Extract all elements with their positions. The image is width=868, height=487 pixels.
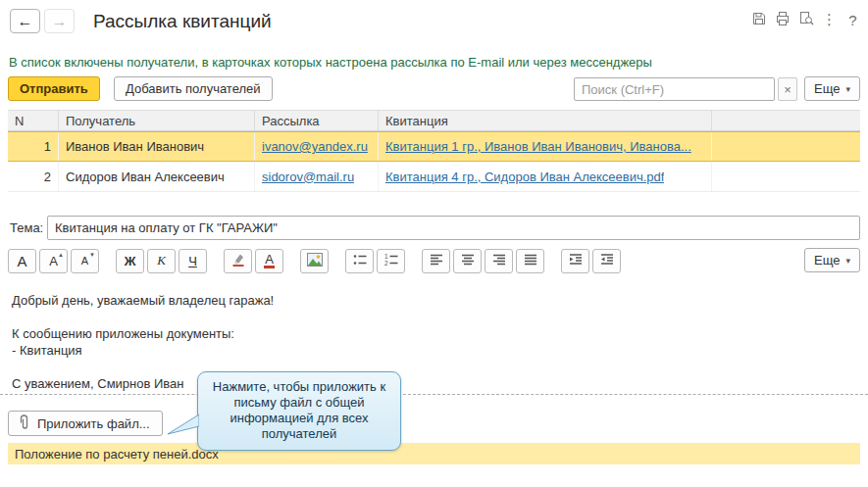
search-input[interactable] xyxy=(574,77,775,101)
numbered-list-icon: 12 xyxy=(384,253,398,269)
more-menu-button[interactable]: ⋮ xyxy=(820,9,839,30)
italic-letter: К xyxy=(157,253,166,268)
mailing-receipts-window: ← → Рассылка квитанций ⋮ ? В список вклю… xyxy=(0,0,868,487)
back-button[interactable]: ← xyxy=(10,9,40,33)
svg-text:1: 1 xyxy=(384,253,388,260)
help-icon: ? xyxy=(848,12,856,28)
tooltip-text: Нажмите, чтобы приложить к письму файл с… xyxy=(213,379,385,441)
italic-button[interactable]: К xyxy=(147,249,176,273)
column-header-n[interactable]: N xyxy=(8,111,59,130)
recipients-table: N Получатель Рассылка Квитанция 1 Иванов… xyxy=(8,110,860,192)
numbered-list-button[interactable]: 12 xyxy=(377,249,405,273)
font-letter: А xyxy=(49,254,58,268)
align-right-icon xyxy=(492,253,506,269)
forward-arrow-icon: → xyxy=(52,14,68,29)
chevron-down-icon: ▾ xyxy=(845,84,850,94)
paperclip-icon xyxy=(18,414,30,433)
clear-icon: × xyxy=(784,82,791,97)
preview-button[interactable] xyxy=(796,9,815,30)
tooltip-arrow-icon xyxy=(168,412,199,438)
font-group: А А ▲ А ▼ xyxy=(8,249,99,273)
align-right-button[interactable] xyxy=(485,249,513,273)
help-button[interactable]: ? xyxy=(843,9,862,30)
send-button[interactable]: Отправить xyxy=(8,76,100,101)
subject-label: Тема: xyxy=(10,220,43,235)
column-header-receipt[interactable]: Квитанция xyxy=(379,111,712,130)
print-button[interactable] xyxy=(773,9,791,30)
save-icon xyxy=(751,11,767,29)
message-body[interactable]: Добрый день, уважаемый владелец гаража! … xyxy=(0,281,868,393)
svg-text:2: 2 xyxy=(384,260,388,267)
document-magnifier-icon xyxy=(798,11,814,29)
picture-icon xyxy=(307,253,323,269)
triangle-down-icon: ▼ xyxy=(89,252,95,258)
highlight-color-button[interactable] xyxy=(224,249,252,273)
align-left-icon xyxy=(430,253,443,269)
triangle-up-icon: ▲ xyxy=(58,252,64,258)
image-group xyxy=(300,249,329,273)
font-increase-button[interactable]: А ▲ xyxy=(39,249,68,273)
add-recipients-button[interactable]: Добавить получателей xyxy=(114,76,273,101)
align-center-button[interactable] xyxy=(453,249,482,273)
bold-button[interactable]: Ж xyxy=(116,249,144,273)
insert-image-button[interactable] xyxy=(300,249,329,273)
align-center-icon xyxy=(461,253,475,269)
recipient-name: Иванов Иван Иванович xyxy=(59,132,255,161)
indent-group xyxy=(561,249,621,273)
more-button[interactable]: Еще ▾ xyxy=(804,76,860,101)
recipient-name: Сидоров Иван Алексеевич xyxy=(59,162,255,191)
attach-file-button[interactable]: Приложить файл... xyxy=(8,411,163,436)
column-header-recipient[interactable]: Получатель xyxy=(59,111,255,130)
save-button[interactable] xyxy=(749,9,768,30)
format-more-button[interactable]: Еще ▾ xyxy=(804,248,860,272)
font-button[interactable]: А xyxy=(8,249,36,273)
info-text: В список включены получатели, в карточка… xyxy=(9,55,652,70)
align-group xyxy=(422,249,544,273)
subject-input[interactable] xyxy=(47,216,860,240)
text-color-icon: А xyxy=(264,253,275,268)
align-justify-button[interactable] xyxy=(516,249,544,273)
attachment-list-item[interactable]: Положение по расчету пеней.docx xyxy=(8,443,860,464)
bullet-list-icon xyxy=(353,253,367,269)
table-row[interactable]: 2 Сидоров Иван Алексеевич sidorov@mail.r… xyxy=(8,162,860,192)
page-title: Рассылка квитанций xyxy=(93,11,272,32)
format-more-label: Еще xyxy=(814,253,840,268)
list-group: 12 xyxy=(345,249,405,273)
attach-file-tooltip: Нажмите, чтобы приложить к письму файл с… xyxy=(197,371,401,451)
style-group: Ж К Ч xyxy=(116,249,207,273)
receipt-link[interactable]: Квитанция 1 гр., Иванов Иван Иванович, И… xyxy=(385,139,691,154)
formatting-toolbar: А А ▲ А ▼ Ж К Ч xyxy=(8,248,638,273)
indent-decrease-button[interactable] xyxy=(592,249,621,273)
attachment-file-name: Положение по расчету пеней.docx xyxy=(15,447,219,462)
align-left-button[interactable] xyxy=(422,249,450,273)
indent-increase-button[interactable] xyxy=(561,249,589,273)
attach-file-label: Приложить файл... xyxy=(37,416,150,431)
bullet-list-button[interactable] xyxy=(345,249,374,273)
bold-letter: Ж xyxy=(125,254,136,268)
font-letter: А xyxy=(17,253,26,269)
row-number: 1 xyxy=(8,132,59,161)
color-group: А xyxy=(224,249,283,273)
clear-search-button[interactable]: × xyxy=(778,77,797,101)
align-justify-icon xyxy=(524,253,537,269)
mailing-email-link[interactable]: sidorov@mail.ru xyxy=(262,170,354,184)
table-row[interactable]: 1 Иванов Иван Иванович ivanov@yandex.ru … xyxy=(8,131,860,162)
receipt-link[interactable]: Квитанция 4 гр., Сидоров Иван Алексеевич… xyxy=(385,170,664,184)
more-button-label: Еще xyxy=(814,81,840,96)
forward-button[interactable]: → xyxy=(44,9,75,33)
column-header-filler xyxy=(712,111,860,130)
font-decrease-button[interactable]: А ▼ xyxy=(71,249,99,273)
indent-decrease-icon xyxy=(600,253,614,269)
column-header-mailing[interactable]: Рассылка xyxy=(255,111,379,130)
row-filler xyxy=(712,162,860,191)
chevron-down-icon: ▾ xyxy=(845,256,850,266)
print-icon xyxy=(775,11,791,29)
mailing-email-link[interactable]: ivanov@yandex.ru xyxy=(262,139,368,154)
table-header: N Получатель Рассылка Квитанция xyxy=(8,110,860,131)
underline-letter: Ч xyxy=(188,254,197,268)
highlighter-icon xyxy=(231,253,245,269)
text-color-button[interactable]: А xyxy=(255,249,283,273)
attachments-splitter[interactable] xyxy=(0,394,868,398)
underline-button[interactable]: Ч xyxy=(179,249,207,273)
kebab-icon: ⋮ xyxy=(822,11,837,28)
